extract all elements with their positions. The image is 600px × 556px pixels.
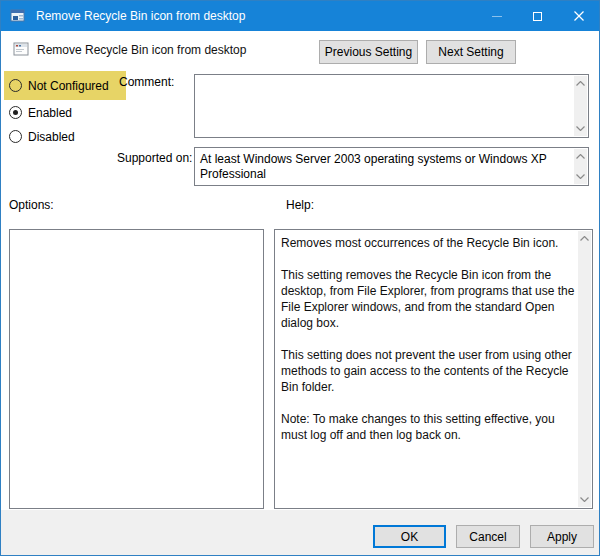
radio-circle-icon [9, 130, 22, 143]
help-label: Help: [286, 198, 314, 212]
supported-on-box: At least Windows Server 2003 operating s… [194, 147, 589, 186]
help-paragraph: This setting removes the Recycle Bin ico… [281, 267, 576, 331]
chevron-down-icon[interactable] [574, 170, 587, 183]
options-panel [9, 229, 264, 509]
chevron-down-icon[interactable] [578, 493, 591, 506]
previous-setting-button[interactable]: Previous Setting [319, 40, 418, 64]
chevron-down-icon[interactable] [574, 122, 587, 135]
radio-not-configured[interactable]: Not Configured [4, 71, 126, 100]
ok-button[interactable]: OK [373, 525, 446, 548]
chevron-up-icon[interactable] [574, 150, 587, 163]
help-paragraph: Note: To make changes to this setting ef… [281, 411, 576, 443]
chevron-up-icon[interactable] [578, 232, 591, 245]
policy-window-icon [13, 41, 29, 57]
radio-circle-icon [9, 79, 22, 92]
policy-setting-dialog: Remove Recycle Bin icon from desktop Rem… [0, 0, 600, 556]
comment-label: Comment: [119, 75, 174, 89]
radio-enabled[interactable]: Enabled [4, 101, 126, 124]
chevron-up-icon[interactable] [574, 77, 587, 90]
help-paragraph: This setting does not prevent the user f… [281, 347, 576, 395]
radio-label: Enabled [28, 106, 72, 120]
group-policy-app-icon [10, 8, 26, 24]
comment-scrollbar[interactable] [574, 76, 587, 136]
window-title: Remove Recycle Bin icon from desktop [36, 9, 245, 23]
apply-button[interactable]: Apply [530, 525, 594, 548]
next-setting-button[interactable]: Next Setting [426, 40, 516, 64]
maximize-button[interactable] [517, 1, 558, 31]
supported-on-value: At least Windows Server 2003 operating s… [195, 148, 574, 185]
setting-title: Remove Recycle Bin icon from desktop [37, 43, 246, 57]
radio-label: Not Configured [28, 79, 109, 93]
radio-label: Disabled [28, 130, 75, 144]
help-paragraph: Removes most occurrences of the Recycle … [281, 235, 576, 251]
radio-disabled[interactable]: Disabled [4, 125, 126, 148]
comment-box [194, 74, 589, 138]
close-button[interactable] [558, 1, 599, 31]
help-text: Removes most occurrences of the Recycle … [275, 230, 578, 508]
minimize-icon [492, 16, 502, 17]
close-icon [574, 11, 584, 21]
cancel-button[interactable]: Cancel [456, 525, 520, 548]
supported-on-label: Supported on: [117, 151, 192, 165]
radio-circle-icon [9, 106, 22, 119]
help-scrollbar[interactable] [578, 231, 591, 507]
help-panel: Removes most occurrences of the Recycle … [274, 229, 593, 509]
maximize-icon [533, 12, 542, 21]
comment-input[interactable] [195, 75, 573, 137]
minimize-button[interactable] [476, 1, 517, 31]
titlebar-controls [476, 1, 599, 31]
supported-on-scrollbar[interactable] [574, 149, 587, 184]
options-label: Options: [9, 198, 54, 212]
titlebar: Remove Recycle Bin icon from desktop [1, 1, 599, 31]
